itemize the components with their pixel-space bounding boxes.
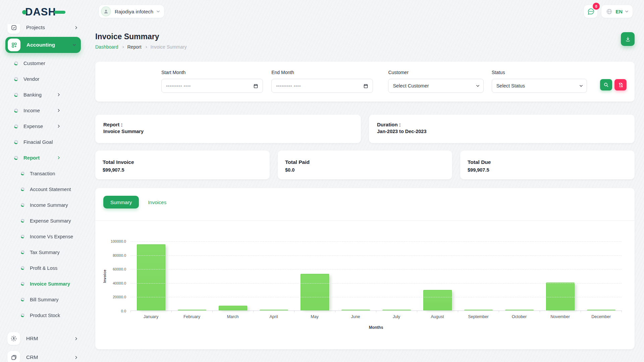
stat-value: $0.0 [285, 167, 445, 173]
bar-september[interactable] [464, 310, 493, 310]
start-month-input[interactable]: --------- ---- [161, 79, 263, 93]
download-report-button[interactable] [621, 32, 635, 46]
sidebar-item-banking[interactable]: Banking [0, 87, 86, 103]
sidebar-item-expense[interactable]: Expense [0, 118, 86, 134]
axis-tick [499, 310, 499, 312]
company-selector[interactable]: Rajodiya infotech [99, 5, 164, 18]
bar-slot [253, 241, 294, 310]
chart-bars [130, 241, 622, 310]
sidebar-item-transaction[interactable]: Transaction [0, 166, 86, 181]
app-logo[interactable]: DASH [22, 7, 65, 17]
tab-summary[interactable]: Summary [103, 196, 139, 208]
chevron-down-icon [157, 9, 160, 13]
breadcrumb-dashboard[interactable]: Dashboard [95, 44, 118, 50]
bullet-icon [21, 313, 24, 317]
total-due-card: Total Due $99,907.5 [460, 150, 635, 179]
sidebar-item-label: Projects [26, 24, 45, 31]
y-tick-label: 0.0 [95, 309, 126, 313]
axis-tick [417, 310, 417, 312]
duration-value: Jan-2023 to Dec-2023 [377, 129, 627, 134]
bar-january[interactable] [137, 244, 165, 310]
search-icon [603, 82, 609, 87]
stat-value: $99,907.5 [103, 167, 262, 173]
sidebar-item-profit-loss[interactable]: Profit & Loss [0, 260, 86, 276]
sidebar-item-hrm[interactable]: HRM [0, 330, 86, 347]
sidebar-item-report[interactable]: Report [0, 150, 86, 166]
report-name-card: Report : Invoice Summary [95, 115, 361, 143]
bullet-icon [21, 298, 24, 301]
sidebar-item-finacial-goal[interactable]: Finacial Goal [0, 134, 86, 150]
chevron-down-icon [73, 43, 76, 46]
company-avatar [101, 6, 111, 16]
breadcrumb: Dashboard Report Invoice Summary [95, 44, 187, 50]
tab-invoices[interactable]: Invoices [148, 199, 166, 205]
bar-october[interactable] [505, 310, 534, 310]
sidebar-item-crm[interactable]: CRM [0, 349, 86, 362]
start-month-label: Start Month [161, 70, 263, 75]
bullet-icon [14, 156, 18, 160]
bar-november[interactable] [546, 283, 575, 310]
total-paid-card: Total Paid $0.0 [278, 150, 452, 179]
status-select[interactable]: Select Status [492, 79, 587, 93]
bar-december[interactable] [587, 310, 615, 310]
bar-march[interactable] [219, 306, 247, 310]
bullet-icon [14, 93, 18, 97]
breadcrumb-report[interactable]: Report [127, 44, 142, 50]
axis-tick [458, 310, 458, 312]
sidebar-item-income[interactable]: Income [0, 103, 86, 118]
x-tick-label: March [212, 314, 253, 319]
language-selector[interactable]: EN [601, 5, 633, 18]
bar-august[interactable] [423, 290, 452, 310]
bar-slot [335, 241, 376, 310]
bar-april[interactable] [260, 310, 288, 310]
download-icon [625, 36, 631, 42]
end-month-input[interactable]: --------- ---- [271, 79, 373, 93]
report-label: Report : [103, 122, 353, 127]
sidebar-item-income-vs-expense[interactable]: Income Vs Expense [0, 229, 86, 244]
bar-slot [581, 241, 622, 310]
globe-icon [606, 8, 612, 15]
y-tick-label: 100000.0 [95, 239, 126, 243]
sidebar-item-account-statement[interactable]: Account Statement [0, 181, 86, 197]
bullet-icon [21, 219, 24, 223]
accounting-icon [8, 39, 20, 51]
bar-may[interactable] [301, 274, 329, 310]
bar-february[interactable] [178, 310, 206, 310]
chevron-right-icon [145, 46, 147, 48]
duration-label: Duration : [377, 122, 627, 127]
sidebar-item-projects[interactable]: Projects [0, 24, 86, 34]
chevron-right-icon [74, 26, 77, 29]
invoice-chart-card: Summary Invoices Invoice 0.020000.040000… [95, 188, 635, 349]
sidebar-item-invoice-summary[interactable]: Invoice Summary [0, 276, 86, 292]
sidebar-item-accounting[interactable]: Accounting [5, 37, 81, 53]
sidebar: Projects Accounting CustomerVendorBankin… [0, 24, 86, 362]
clear-filter-icon [618, 82, 623, 87]
sidebar-item-label: Income Summary [30, 202, 68, 208]
sidebar-item-label: Expense [23, 123, 43, 129]
breadcrumb-current: Invoice Summary [151, 44, 187, 50]
chevron-right-icon [57, 156, 60, 160]
bar-june[interactable] [341, 310, 370, 310]
customer-select[interactable]: Select Customer [388, 79, 483, 93]
bar-slot [458, 241, 499, 310]
sidebar-item-tax-summary[interactable]: Tax Summary [0, 244, 86, 260]
bar-slot [130, 241, 171, 310]
messages-button[interactable]: 0 [584, 5, 598, 18]
sidebar-item-customer[interactable]: Customer [0, 55, 86, 71]
reset-filter-button[interactable] [614, 79, 627, 90]
sidebar-item-product-stock[interactable]: Product Stock [0, 307, 86, 323]
status-label: Status [492, 70, 587, 75]
stat-label: Total Paid [285, 159, 445, 165]
bar-july[interactable] [382, 310, 411, 310]
sidebar-item-vendor[interactable]: Vendor [0, 71, 86, 87]
sidebar-item-label: Vendor [23, 76, 40, 82]
axis-tick [376, 310, 376, 312]
sidebar-item-bill-summary[interactable]: Bill Summary [0, 292, 86, 307]
chevron-right-icon [121, 46, 124, 48]
sidebar-item-expense-summary[interactable]: Expense Summary [0, 213, 86, 229]
x-tick-label: November [540, 314, 581, 319]
apply-filter-button[interactable] [600, 79, 612, 90]
sidebar-item-income-summary[interactable]: Income Summary [0, 197, 86, 213]
sidebar-item-label: Transaction [30, 171, 55, 176]
bullet-icon [21, 266, 24, 270]
